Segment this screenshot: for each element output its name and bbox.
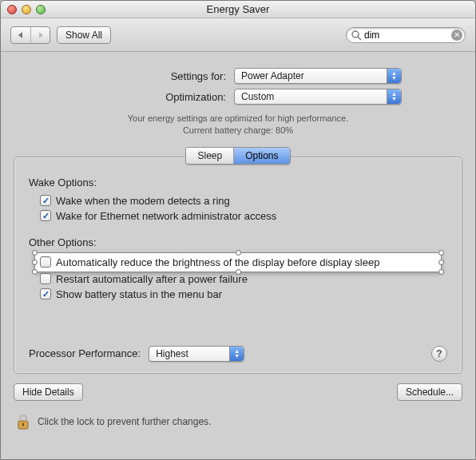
titlebar: Energy Saver (1, 1, 475, 18)
checkbox-battery-menu[interactable] (40, 288, 51, 299)
zoom-icon[interactable] (36, 5, 46, 14)
optimization-value: Custom (241, 91, 274, 102)
checkbox-wake-modem[interactable] (40, 195, 51, 206)
checkbox-wake-ethernet[interactable] (40, 210, 51, 221)
hide-details-label: Hide Details (22, 387, 74, 398)
energy-saver-window: Energy Saver Show All ✕ Settings for: Po… (0, 0, 476, 460)
optimization-label: Optimization: (74, 91, 226, 103)
info-line2: Current battery charge: 80% (183, 125, 293, 135)
forward-button[interactable] (30, 27, 50, 43)
tab-sleep-label: Sleep (197, 150, 222, 161)
wake-option-ethernet: Wake for Ethernet network administrator … (29, 208, 447, 224)
search-icon (351, 30, 362, 41)
help-button[interactable]: ? (431, 346, 447, 362)
optimization-popup[interactable]: Custom ▲▼ (234, 89, 402, 105)
wake-ethernet-label: Wake for Ethernet network administrator … (56, 210, 276, 222)
battery-menu-label: Show battery status in the menu bar (56, 288, 222, 300)
lock-text: Click the lock to prevent further change… (38, 416, 211, 427)
processor-value: Highest (156, 348, 188, 359)
option-auto-dim: Automatically reduce the brightness of t… (29, 253, 447, 272)
wake-option-modem: Wake when the modem detects a ring (29, 193, 447, 208)
settings-for-row: Settings for: Power Adapter ▲▼ (14, 68, 462, 84)
search-input[interactable] (346, 27, 466, 43)
option-show-battery-menu: Show battery status in the menu bar (29, 287, 447, 302)
back-button[interactable] (11, 27, 30, 43)
info-line1: Your energy settings are optimized for h… (128, 113, 349, 123)
svg-rect-4 (22, 424, 23, 426)
schedule-label: Schedule... (406, 387, 454, 398)
show-all-label: Show All (65, 30, 102, 41)
option-restart-power-failure: Restart automatically after a power fail… (29, 272, 447, 287)
lock-row: Click the lock to prevent further change… (14, 409, 462, 441)
clear-search-icon[interactable]: ✕ (451, 30, 462, 41)
processor-label: Processor Performance: (29, 347, 141, 359)
checkbox-restart[interactable] (40, 273, 51, 284)
close-icon[interactable] (7, 5, 17, 14)
toolbar: Show All ✕ (1, 18, 475, 52)
restart-label: Restart automatically after a power fail… (56, 273, 248, 285)
lock-icon[interactable] (14, 412, 33, 431)
wake-modem-label: Wake when the modem detects a ring (56, 195, 230, 207)
bottom-button-row: Hide Details Schedule... (14, 383, 462, 401)
content-area: Settings for: Power Adapter ▲▼ Optimizat… (1, 52, 475, 441)
auto-dim-label: Automatically reduce the brightness of t… (56, 256, 379, 268)
settings-for-popup[interactable]: Power Adapter ▲▼ (234, 68, 402, 84)
tab-sleep[interactable]: Sleep (186, 148, 233, 164)
settings-for-value: Power Adapter (241, 70, 304, 81)
nav-back-forward (10, 26, 50, 44)
other-options-title: Other Options: (29, 236, 447, 248)
processor-popup[interactable]: Highest ▲▼ (149, 346, 244, 362)
show-all-button[interactable]: Show All (57, 26, 111, 44)
tab-bar: Sleep Options (14, 147, 462, 157)
svg-point-0 (352, 31, 359, 38)
optimization-row: Optimization: Custom ▲▼ (14, 89, 462, 105)
popup-arrows-icon: ▲▼ (387, 89, 401, 104)
window-title: Energy Saver (1, 3, 475, 15)
processor-performance-row: Processor Performance: Highest ▲▼ ? (29, 346, 447, 362)
checkbox-auto-dim[interactable] (40, 256, 51, 268)
window-controls (7, 5, 46, 14)
search-field-wrap: ✕ (346, 27, 466, 43)
svg-line-1 (358, 37, 361, 40)
settings-for-label: Settings for: (74, 70, 226, 82)
wake-options-title: Wake Options: (29, 176, 447, 188)
popup-arrows-icon: ▲▼ (229, 347, 244, 361)
optimization-info: Your energy settings are optimized for h… (14, 113, 462, 137)
options-pane: Wake Options: Wake when the modem detect… (14, 157, 462, 374)
minimize-icon[interactable] (22, 5, 31, 14)
hide-details-button[interactable]: Hide Details (14, 383, 83, 401)
schedule-button[interactable]: Schedule... (397, 383, 462, 401)
tab-options-label: Options (245, 150, 278, 161)
tab-options[interactable]: Options (233, 148, 289, 164)
popup-arrows-icon: ▲▼ (387, 69, 401, 83)
